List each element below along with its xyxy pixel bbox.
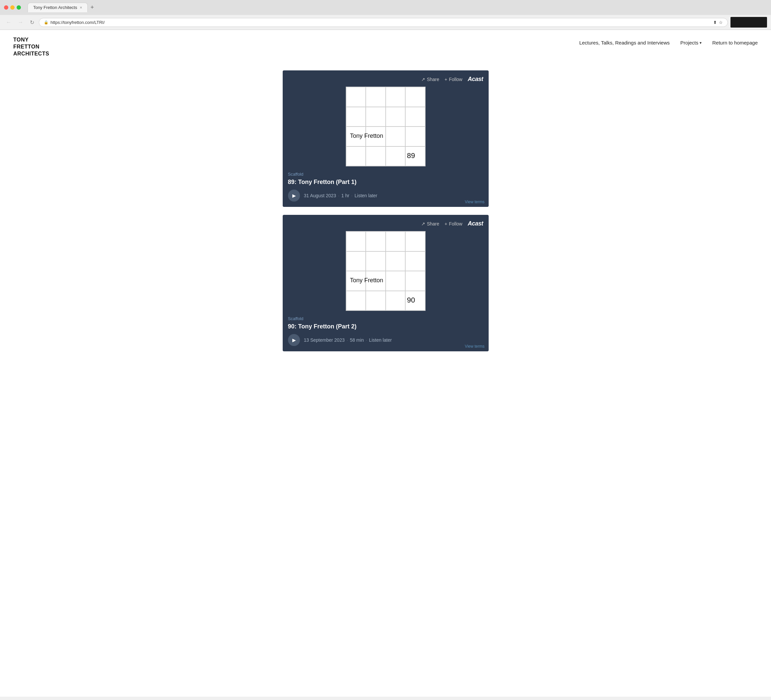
podcast-card-ep90: ↗ Share + Follow Acast (283, 215, 489, 351)
episode-label-1: Scaffold (288, 172, 483, 177)
minimize-dot[interactable] (10, 5, 15, 10)
episode-meta-1: ▶ 31 August 2023 · 1 hr · Listen later (288, 190, 483, 201)
card-topbar-2: ↗ Share + Follow Acast (288, 220, 483, 227)
play-icon-1: ▶ (292, 193, 296, 198)
new-tab-button[interactable]: + (88, 4, 97, 11)
share-icon-1: ↗ (421, 77, 425, 82)
tab-title: Tony Fretton Architects (33, 5, 77, 10)
artwork-1: Tony Fretton 89 (346, 87, 426, 166)
artwork-number-1: 89 (407, 151, 415, 160)
close-dot[interactable] (4, 5, 8, 10)
episode-details-2: 13 September 2023 · 58 min · Listen late… (304, 337, 392, 343)
episode-meta-2: ▶ 13 September 2023 · 58 min · Listen la… (288, 334, 483, 346)
podcast-card-ep89: ↗ Share + Follow Acast (283, 70, 489, 207)
card-topbar-1: ↗ Share + Follow Acast (288, 76, 483, 83)
view-terms-2[interactable]: View terms (465, 344, 484, 349)
window-controls (4, 5, 21, 10)
url-text: https://tonyfretton.com/LTRI/ (50, 20, 711, 25)
episode-label-2: Scaffold (288, 316, 483, 321)
site-header: TONY FRETTON ARCHITECTS Lectures, Talks,… (0, 30, 771, 64)
projects-dropdown-arrow: ▾ (699, 41, 701, 45)
plus-icon-1: + (444, 77, 447, 82)
nav-return-homepage[interactable]: Return to homepage (712, 40, 758, 45)
share-button-2[interactable]: ↗ Share (421, 221, 439, 226)
tab-bar: Tony Fretton Architects × + (28, 3, 767, 12)
podcast-embed-2: ↗ Share + Follow Acast (283, 215, 489, 351)
reload-button[interactable]: ↻ (28, 18, 36, 27)
page-content: TONY FRETTON ARCHITECTS Lectures, Talks,… (0, 30, 771, 697)
podcast-embed-1: ↗ Share + Follow Acast (283, 70, 489, 207)
episode-details-1: 31 August 2023 · 1 hr · Listen later (304, 193, 377, 198)
main-content: ↗ Share + Follow Acast (0, 64, 771, 373)
episode-title-2: 90: Tony Fretton (Part 2) (288, 323, 483, 330)
play-button-2[interactable]: ▶ (288, 334, 300, 346)
address-bar[interactable]: 🔒 https://tonyfretton.com/LTRI/ ⬆ ☆ (39, 18, 728, 27)
lock-icon: 🔒 (44, 20, 49, 24)
share-button-1[interactable]: ↗ Share (421, 77, 439, 82)
browser-toolbar: ← → ↻ 🔒 https://tonyfretton.com/LTRI/ ⬆ … (0, 15, 771, 29)
acast-logo-2: Acast (468, 220, 483, 227)
tab-close-button[interactable]: × (80, 5, 82, 10)
artwork-2: Tony Fretton 90 (346, 231, 426, 311)
plus-icon-2: + (444, 221, 447, 226)
play-button-1[interactable]: ▶ (288, 190, 300, 201)
artwork-name-1: Tony Fretton (350, 133, 383, 140)
follow-button-1[interactable]: + Follow (444, 77, 462, 82)
maximize-dot[interactable] (16, 5, 21, 10)
artwork-number-2: 90 (407, 296, 415, 305)
share-icon-2: ↗ (421, 221, 425, 226)
back-button[interactable]: ← (4, 18, 13, 26)
view-terms-1[interactable]: View terms (465, 200, 484, 204)
artwork-name-2: Tony Fretton (350, 277, 383, 284)
site-logo[interactable]: TONY FRETTON ARCHITECTS (13, 37, 49, 57)
forward-button[interactable]: → (16, 18, 25, 26)
play-icon-2: ▶ (292, 337, 296, 343)
acast-logo-1: Acast (468, 76, 483, 83)
nav-projects[interactable]: Projects ▾ (680, 40, 701, 45)
follow-button-2[interactable]: + Follow (444, 221, 462, 226)
active-tab[interactable]: Tony Fretton Architects × (28, 3, 88, 12)
site-nav: Lectures, Talks, Readings and Interviews… (579, 37, 758, 45)
bookmark-icon[interactable]: ☆ (719, 20, 723, 25)
browser-chrome: Tony Fretton Architects × + ← → ↻ 🔒 http… (0, 0, 771, 30)
titlebar: Tony Fretton Architects × + (0, 0, 771, 15)
episode-title-1: 89: Tony Fretton (Part 1) (288, 179, 483, 186)
browser-extension-block (730, 17, 767, 28)
nav-ltri[interactable]: Lectures, Talks, Readings and Interviews (579, 40, 670, 45)
share-toolbar-icon[interactable]: ⬆ (713, 20, 717, 25)
